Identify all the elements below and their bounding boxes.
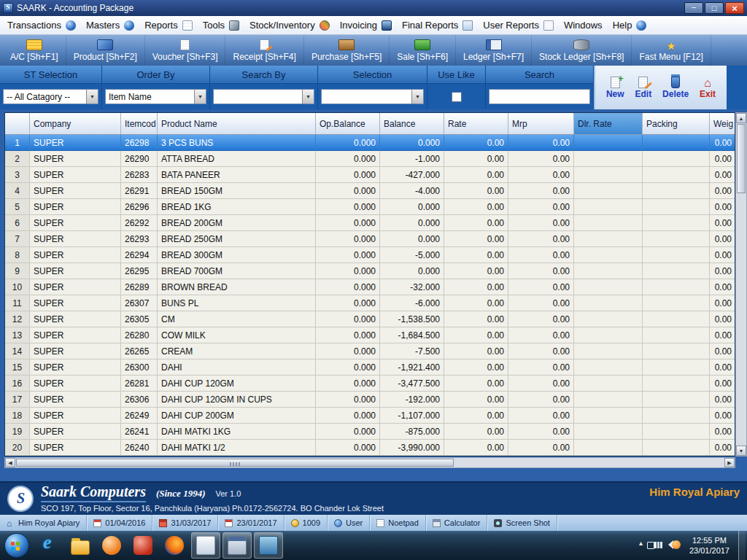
table-row[interactable]: 15SUPER26300DAHI0.000-1,921.4000.000.000… [5, 359, 735, 376]
grid-cell[interactable]: 0.000 [316, 279, 380, 295]
column-header[interactable]: Op.Balance [316, 113, 380, 135]
grid-cell[interactable]: 0.00 [508, 183, 574, 199]
grid-cell[interactable]: 18 [5, 408, 30, 424]
grid-cell[interactable]: 26289 [121, 279, 158, 295]
grid-cell[interactable]: SUPER [30, 215, 121, 231]
status-year-start-date[interactable]: 01/04/2016 [87, 515, 152, 531]
grid-cell[interactable] [643, 311, 710, 327]
grid-cell[interactable]: 2 [5, 151, 30, 167]
grid-cell[interactable]: BREAD 200GM [158, 215, 316, 231]
grid-cell[interactable]: -3,990.000 [380, 440, 444, 456]
column-header[interactable]: Dlr. Rate [574, 113, 643, 135]
scroll-up-icon[interactable] [736, 113, 746, 123]
grid-cell[interactable]: 16 [5, 376, 30, 392]
table-row[interactable]: 16SUPER26281DAHI CUP 120GM0.000-3,477.50… [5, 376, 735, 392]
grid-cell[interactable]: -32.000 [380, 279, 444, 295]
grid-cell[interactable]: 26265 [121, 343, 158, 359]
grid-cell[interactable]: SUPER [30, 231, 121, 247]
grid-cell[interactable]: 0.00 [444, 295, 508, 311]
status-screenshot[interactable]: Screen Shot [487, 515, 557, 531]
grid-cell[interactable]: 0.000 [316, 440, 380, 456]
grid-cell[interactable]: 0.000 [316, 327, 380, 343]
table-row[interactable]: 8SUPER26294BREAD 300GM0.000-5.0000.000.0… [5, 247, 735, 263]
grid-cell[interactable] [574, 151, 643, 167]
grid-cell[interactable]: SUPER [30, 263, 121, 279]
grid-cell[interactable]: 0.00 [444, 199, 508, 215]
red-app-taskbar-button[interactable] [128, 532, 158, 559]
grid-cell[interactable]: 0.00 [710, 135, 735, 151]
volume-icon[interactable] [663, 540, 672, 549]
grid-cell[interactable]: 26249 [121, 408, 158, 424]
new-button[interactable]: New [606, 77, 624, 99]
use-like-checkbox[interactable] [452, 92, 462, 102]
grid-cell[interactable]: BREAD 700GM [158, 263, 316, 279]
grid-cell[interactable]: 0.000 [316, 183, 380, 199]
grid-cell[interactable]: 0.00 [508, 392, 574, 408]
menu-item-transactions[interactable]: Transactions [7, 20, 76, 31]
grid-cell[interactable]: 0.00 [710, 327, 735, 343]
grid-cell[interactable]: 0.00 [508, 199, 574, 215]
grid-cell[interactable] [643, 392, 710, 408]
grid-cell[interactable] [574, 231, 643, 247]
grid-cell[interactable]: 0.00 [508, 263, 574, 279]
grid-cell[interactable]: 0.00 [444, 279, 508, 295]
grid-cell[interactable] [574, 183, 643, 199]
menu-item-invoicing[interactable]: Invoicing [340, 20, 392, 31]
grid-cell[interactable]: BREAD 150GM [158, 183, 316, 199]
grid-cell[interactable] [574, 311, 643, 327]
search-by-dropdown[interactable] [213, 89, 314, 104]
grid-cell[interactable]: 0.00 [444, 424, 508, 440]
grid-cell[interactable]: 0.00 [508, 167, 574, 183]
table-row[interactable]: 3SUPER26283BATA PANEER0.000-427.0000.000… [5, 167, 735, 183]
grid-cell[interactable]: 0.00 [710, 247, 735, 263]
show-desktop-button[interactable] [738, 531, 746, 560]
grid-cell[interactable]: 0.00 [710, 376, 735, 392]
grid-cell[interactable]: 0.00 [508, 376, 574, 392]
grid-cell[interactable]: 26292 [121, 215, 158, 231]
grid-cell[interactable]: 0.000 [316, 215, 380, 231]
scroll-down-icon[interactable] [736, 446, 746, 456]
grid-cell[interactable]: 0.00 [508, 440, 574, 456]
updates-icon[interactable] [672, 540, 681, 549]
grid-cell[interactable] [643, 151, 710, 167]
grid-cell[interactable]: SUPER [30, 440, 121, 456]
chevron-down-icon[interactable] [86, 90, 98, 104]
vertical-scrollbar[interactable] [735, 112, 747, 456]
grid-cell[interactable] [574, 167, 643, 183]
grid-cell[interactable]: 0.00 [508, 231, 574, 247]
grid-cell[interactable]: 0.00 [508, 408, 574, 424]
grid-cell[interactable]: 0.00 [508, 279, 574, 295]
grid-cell[interactable]: -1,538.500 [380, 311, 444, 327]
grid-cell[interactable]: 12 [5, 311, 30, 327]
grid-cell[interactable]: 0.00 [444, 151, 508, 167]
grid-cell[interactable]: 0.00 [710, 408, 735, 424]
grid-cell[interactable]: 0.00 [710, 263, 735, 279]
grid-cell[interactable] [643, 408, 710, 424]
selection-dropdown[interactable] [321, 89, 424, 104]
grid-cell[interactable] [643, 247, 710, 263]
grid-cell[interactable]: 6 [5, 215, 30, 231]
grid-cell[interactable]: 26306 [121, 392, 158, 408]
grid-cell[interactable]: -1,684.500 [380, 327, 444, 343]
grid-cell[interactable]: 0.000 [380, 215, 444, 231]
grid-cell[interactable]: SUPER [30, 183, 121, 199]
toolbar-ac-button[interactable]: A/C [Sh+F1] [3, 35, 66, 66]
grid-cell[interactable]: 0.000 [316, 392, 380, 408]
grid-cell[interactable]: 0.00 [710, 183, 735, 199]
toolbar-purchase-button[interactable]: Purchase [Sh+F5] [304, 35, 390, 66]
minimize-button[interactable] [684, 2, 703, 14]
folder-taskbar-button[interactable] [66, 532, 95, 559]
grid-cell[interactable]: 26300 [121, 359, 158, 376]
menu-item-windows[interactable]: Windows [564, 20, 603, 31]
grid-cell[interactable]: 0.000 [316, 376, 380, 392]
grid-cell[interactable]: 0.00 [444, 215, 508, 231]
horizontal-scrollbar[interactable] [4, 457, 735, 468]
start-button[interactable] [4, 533, 29, 558]
grid-cell[interactable]: SUPER [30, 199, 121, 215]
grid-cell[interactable]: 26283 [121, 167, 158, 183]
taskbar-clock[interactable]: 12:55 PM 23/01/2017 [684, 535, 735, 556]
toolbar-receipt-button[interactable]: Receipt [Sh+F4] [225, 35, 303, 66]
table-row[interactable]: 5SUPER26296BREAD 1KG0.0000.0000.000.000.… [5, 199, 735, 215]
grid-cell[interactable]: SUPER [30, 376, 121, 392]
toolbar-ledger-button[interactable]: Ledger [Sh+F7] [456, 35, 532, 66]
